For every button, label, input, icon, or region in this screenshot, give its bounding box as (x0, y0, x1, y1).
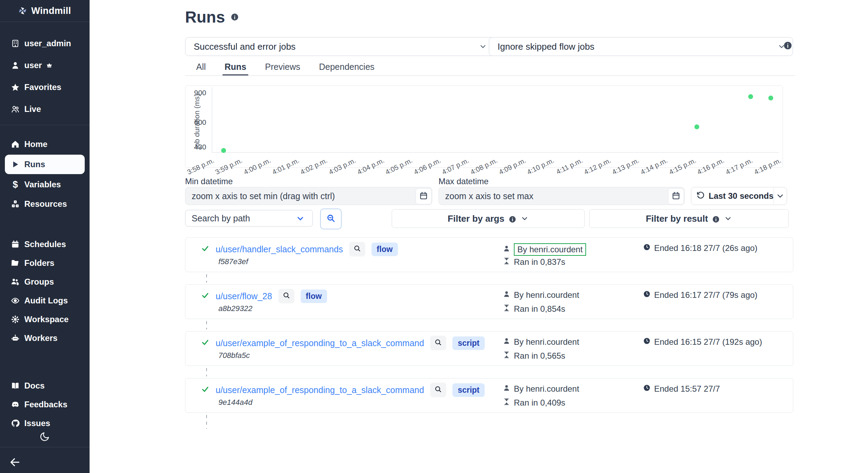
data-point[interactable] (748, 94, 753, 99)
chart-xlabels: 3:58 p.m.3:59 p.m.4:00 p.m.4:01 p.m.4:02… (212, 154, 779, 168)
run-row[interactable]: u/user/handler_slack_commands flow f587e… (185, 237, 793, 272)
min-datetime-picker-button[interactable] (416, 188, 432, 204)
run-path-link[interactable]: u/user/example_of_responding_to_a_slack_… (216, 385, 424, 395)
tab-all[interactable]: All (194, 60, 208, 75)
max-datetime-picker-button[interactable] (668, 188, 684, 204)
check-icon (201, 244, 209, 254)
time-range-button[interactable]: Last 30 seconds (691, 187, 787, 205)
sidebar-item-label: Audit Logs (24, 296, 68, 305)
duration-chart[interactable]: job duration (ms) 430600900 3:58 p.m.3:5… (185, 85, 783, 168)
tab-previews[interactable]: Previews (263, 60, 302, 75)
chart-plot[interactable] (212, 87, 779, 153)
info-icon[interactable] (783, 41, 792, 49)
search-icon (353, 245, 361, 254)
min-datetime-input[interactable] (185, 187, 432, 205)
tab-dependencies[interactable]: Dependencies (317, 60, 377, 75)
sidebar-item-workers[interactable]: Workers (0, 329, 90, 348)
sidebar-footer-divider (0, 447, 90, 447)
run-ended-time: Ended 16:15 27/7 (192s ago) (654, 337, 762, 347)
filter-by-result-button[interactable]: Filter by result (589, 209, 789, 228)
sidebar-item-workspace[interactable]: user_admin (0, 32, 90, 54)
sidebar-item-home[interactable]: Home (0, 134, 90, 154)
data-point[interactable] (221, 148, 226, 153)
chevron-down-icon (479, 42, 487, 51)
run-duration: Ran in 0,409s (514, 398, 565, 408)
chevron-down-icon (724, 214, 732, 223)
filter-by-args-button[interactable]: Filter by args (392, 209, 585, 228)
info-icon[interactable] (231, 13, 239, 21)
person-icon (503, 384, 510, 394)
y-tick-label: 900 (185, 89, 206, 97)
run-path-link[interactable]: u/user/flow_28 (216, 291, 272, 301)
inspect-run-button[interactable] (430, 336, 446, 350)
theme-toggle[interactable] (39, 431, 50, 442)
dollar-icon: $ (10, 180, 20, 189)
run-path-link[interactable]: u/user/handler_slack_commands (216, 244, 343, 254)
brand-header[interactable]: Windmill (0, 0, 90, 22)
x-tick-label: 4:09 p.m. (498, 156, 527, 176)
run-by-user[interactable]: By henri.courdent (514, 384, 579, 394)
sidebar-item-schedules[interactable]: Schedules (0, 235, 90, 254)
chevron-down-icon[interactable] (296, 214, 305, 225)
username: user (24, 60, 42, 70)
sidebar-item-groups[interactable]: Groups (0, 272, 90, 291)
workspace-name: user_admin (24, 39, 71, 48)
sidebar-item-issues[interactable]: Issues (0, 414, 90, 433)
hourglass-icon (503, 304, 510, 314)
search-by-path-input[interactable] (185, 210, 313, 227)
sidebar-item-folders[interactable]: Folders (0, 254, 90, 272)
x-tick-label: 4:05 p.m. (384, 156, 414, 176)
run-path-link[interactable]: u/user/example_of_responding_to_a_slack_… (216, 338, 424, 348)
brand-name: Windmill (31, 6, 71, 16)
inspect-run-button[interactable] (349, 242, 365, 256)
sidebar-item-docs[interactable]: Docs (0, 376, 90, 395)
run-connector (206, 415, 207, 429)
search-button[interactable] (320, 209, 342, 229)
sidebar-item-audit-logs[interactable]: Audit Logs (0, 291, 90, 310)
sidebar-divider (0, 125, 90, 125)
x-tick-label: 4:07 p.m. (441, 156, 470, 176)
tab-runs[interactable]: Runs (223, 60, 249, 75)
max-datetime-input[interactable] (439, 187, 685, 205)
run-by-user[interactable]: By henri.courdent (514, 290, 579, 300)
x-tick-label: 4:13 p.m. (611, 156, 641, 176)
inspect-run-button[interactable] (278, 289, 294, 303)
skipped-flows-select[interactable]: Ignore skipped flow jobs (489, 37, 793, 56)
run-by-user[interactable]: By henri.courdent (514, 337, 579, 347)
run-hash: a8b29322 (218, 304, 252, 313)
run-row[interactable]: u/user/example_of_responding_to_a_slack_… (185, 378, 793, 413)
calendar-icon (10, 239, 20, 249)
filter-args-label: Filter by args (448, 213, 504, 224)
run-ended-time: Ended 16:17 27/7 (79s ago) (654, 290, 758, 300)
run-row[interactable]: u/user/flow_28 flow a8b29322 By henri.co… (185, 284, 793, 319)
run-ended-time: Ended 16:18 27/7 (26s ago) (654, 243, 758, 253)
x-tick-label: 4:10 p.m. (526, 156, 556, 176)
sidebar-item-user[interactable]: user (0, 54, 90, 76)
sidebar-item-live[interactable]: Live (0, 98, 90, 120)
inspect-run-button[interactable] (430, 383, 446, 397)
sidebar-item-runs[interactable]: Runs (5, 155, 85, 174)
home-icon (10, 139, 20, 149)
data-point[interactable] (768, 96, 773, 100)
sidebar-item-label: Workspace (24, 315, 69, 324)
run-ended-time: Ended 15:57 27/7 (654, 384, 720, 394)
chevron-down-icon[interactable] (774, 191, 787, 201)
sidebar-item-favorites[interactable]: Favorites (0, 76, 90, 98)
discord-icon (10, 400, 20, 409)
run-row[interactable]: u/user/example_of_responding_to_a_slack_… (185, 331, 793, 366)
crown-icon (46, 60, 52, 70)
data-point[interactable] (694, 124, 699, 129)
sidebar-item-variables[interactable]: $ Variables (0, 175, 90, 194)
sidebar-item-resources[interactable]: Resources (0, 194, 90, 214)
play-icon (10, 160, 20, 169)
search-icon (326, 213, 336, 225)
sidebar-item-feedbacks[interactable]: Feedbacks (0, 395, 90, 414)
sidebar-item-workspace-settings[interactable]: Workspace (0, 310, 90, 329)
min-datetime-label: Min datetime (185, 177, 233, 186)
collapse-sidebar-button[interactable] (9, 456, 21, 468)
sidebar-admin-nav: Schedules Folders (0, 235, 90, 348)
hourglass-icon (503, 351, 510, 361)
job-status-select[interactable]: Successful and error jobs (185, 37, 494, 56)
run-by-user[interactable]: By henri.courdent (514, 243, 586, 256)
y-tick-label: 600 (185, 118, 206, 127)
